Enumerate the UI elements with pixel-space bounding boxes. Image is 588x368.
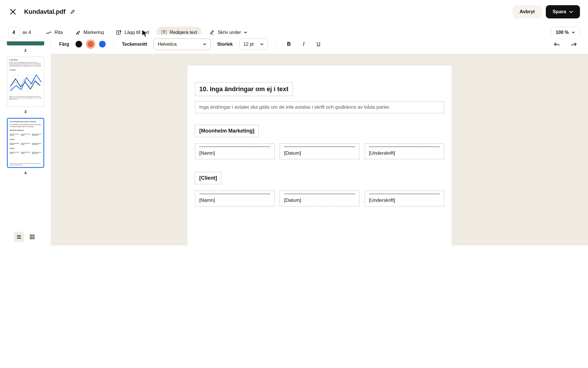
- sig-signature-label-2: [Underskrift]: [369, 198, 395, 203]
- color-swatch-black[interactable]: [76, 41, 82, 47]
- thumb3-h1: 8. Statistics: [9, 59, 18, 61]
- size-label: Storlek: [217, 42, 233, 47]
- thumb4-c1b: [Name]: [10, 144, 14, 145]
- thumb-num-4: 4: [7, 171, 44, 175]
- color-swatch-blue[interactable]: [99, 41, 106, 47]
- svg-rect-11: [33, 237, 34, 239]
- redo-button[interactable]: [568, 40, 580, 49]
- section-title-box[interactable]: 10. Inga ändringar om ej i text: [195, 82, 293, 96]
- grid-icon: [30, 234, 35, 239]
- thumb4-title: 10. No Modifications Unless in Writing: [10, 121, 36, 122]
- view-grid-button[interactable]: [27, 232, 37, 242]
- tool-sign-label: Skriv under: [218, 30, 241, 35]
- tool-highlight-label: Markering: [84, 30, 104, 35]
- thumb4-footer: No modification on this agreement shall …: [10, 163, 41, 166]
- chevron-down-icon: [203, 43, 206, 46]
- thumb4-c3: [Signature]: [32, 135, 38, 136]
- thumb3-body: Statistics is the study and application …: [9, 62, 42, 67]
- section-body: Inga ändringar i avtalet ska gälla om de…: [199, 104, 390, 110]
- cancel-button[interactable]: Avbryt: [513, 5, 542, 18]
- thumb4-body: No modification on this agreement shall …: [10, 124, 41, 128]
- thumb4-c3b: [Signature]: [32, 144, 38, 145]
- undo-icon: [554, 42, 560, 47]
- thumb4-c1: [Name]: [10, 135, 14, 136]
- font-value: Helvetica: [158, 42, 177, 47]
- sig-name-1[interactable]: [Namn]: [195, 143, 274, 159]
- chevron-down-icon: [569, 10, 573, 14]
- page-4: 10. Inga ändringar om ej i text Inga änd…: [187, 66, 452, 246]
- cancel-label: Avbryt: [520, 9, 535, 15]
- tool-add-text-label: Lägg till text: [125, 30, 149, 35]
- section-title: 10. Inga ändringar om ej i text: [199, 85, 289, 93]
- sig-name-label-2: [Namn]: [199, 198, 215, 203]
- thumbnail-page-4[interactable]: 10. No Modifications Unless in Writing N…: [7, 118, 44, 168]
- undo-button[interactable]: [551, 40, 563, 49]
- save-label: Spara: [553, 9, 566, 15]
- list-icon: [16, 234, 22, 239]
- view-list-button[interactable]: [14, 232, 24, 242]
- sig-signature-1[interactable]: [Underskrift]: [365, 143, 444, 159]
- thumbnail-page-3[interactable]: 8. Statistics Statistics is the study an…: [7, 57, 44, 107]
- size-value: 12 pt: [243, 42, 254, 47]
- sig-date-1[interactable]: [Datum]: [280, 143, 359, 159]
- sig-name-label: [Namn]: [199, 150, 215, 156]
- size-select[interactable]: 12 pt: [239, 39, 268, 50]
- thumb4-c1c: [Name]: [10, 153, 14, 154]
- sig-signature-label: [Underskrift]: [369, 150, 395, 156]
- thumb4-c2c: [Date]: [21, 153, 24, 154]
- thumbnail-page-2-fragment[interactable]: [7, 41, 44, 45]
- close-icon: [10, 9, 16, 15]
- svg-rect-9: [33, 235, 34, 236]
- document-title: Kundavtal.pdf: [24, 8, 65, 16]
- thumb4-c3c: [Signature]: [32, 153, 38, 154]
- tool-edit-text-label: Redigera text: [170, 30, 197, 35]
- party1-box[interactable]: [Moonhelm Marketing]: [195, 125, 259, 137]
- party2-label: [Client]: [199, 175, 217, 181]
- thumb3-caption: A graph is a visual representation of da…: [9, 96, 42, 100]
- bold-button[interactable]: B: [284, 39, 294, 49]
- chevron-down-icon: [572, 31, 575, 34]
- thumb4-c2b: [Date]: [21, 144, 24, 145]
- thumb4-party1: [Moonhelm Marketing]: [10, 130, 41, 132]
- thumb4-c2: [Date]: [21, 135, 24, 136]
- sig-date-label: [Datum]: [284, 150, 301, 156]
- font-select[interactable]: Helvetica: [153, 39, 211, 50]
- pencil-icon: [70, 9, 75, 14]
- party2-box[interactable]: [Client]: [195, 172, 221, 184]
- divider: [276, 40, 276, 49]
- italic-button[interactable]: I: [300, 39, 307, 49]
- font-label: Teckensnitt: [122, 42, 147, 47]
- color-swatch-orange[interactable]: [87, 41, 94, 47]
- close-button[interactable]: [8, 7, 18, 17]
- thumb4-party2b: [Client]: [10, 148, 41, 150]
- sig-date-2[interactable]: [Datum]: [280, 191, 359, 206]
- party1-label: [Moonhelm Marketing]: [199, 128, 254, 134]
- underline-button[interactable]: U: [314, 39, 323, 49]
- divider: [114, 40, 114, 49]
- thumb-num-3: 3: [7, 110, 44, 114]
- tool-draw-label: Rita: [55, 30, 63, 35]
- sig-signature-2[interactable]: [Underskrift]: [365, 191, 444, 206]
- sig-name-2[interactable]: [Namn]: [195, 191, 274, 206]
- save-button[interactable]: Spara: [546, 5, 580, 18]
- section-body-box[interactable]: Inga ändringar i avtalet ska gälla om de…: [195, 101, 444, 113]
- chevron-down-icon: [244, 31, 247, 34]
- chart-icon: [9, 72, 42, 95]
- page-number-input[interactable]: [8, 27, 20, 38]
- edit-title-button[interactable]: [69, 8, 76, 16]
- color-label: Färg: [59, 42, 69, 47]
- thumb4-party2a: [Client]: [10, 139, 41, 141]
- thumb3-h2: 9. Graph: [9, 69, 42, 71]
- sig-date-label-2: [Datum]: [284, 198, 301, 203]
- redo-icon: [571, 42, 577, 47]
- svg-rect-8: [30, 235, 32, 236]
- chevron-down-icon: [260, 43, 264, 46]
- svg-rect-10: [30, 237, 32, 239]
- zoom-value: 100 %: [556, 30, 569, 35]
- page-total-label: av 4: [22, 30, 31, 35]
- thumb-num-2: 2: [7, 48, 44, 53]
